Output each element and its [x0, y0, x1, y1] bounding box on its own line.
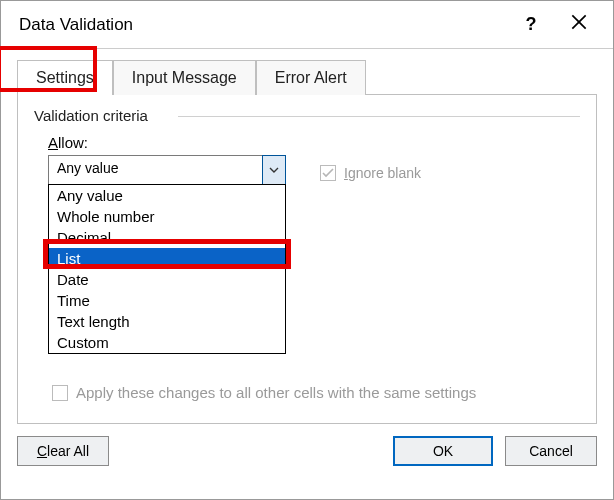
option-time[interactable]: Time	[49, 290, 285, 311]
data-validation-dialog: Data Validation ? Settings Input Message…	[0, 0, 614, 500]
ok-button[interactable]: OK	[393, 436, 493, 466]
check-icon	[322, 168, 334, 178]
clear-all-button[interactable]: Clear All	[17, 436, 109, 466]
option-any-value[interactable]: Any value	[49, 185, 285, 206]
divider	[178, 116, 580, 117]
tab-error-alert[interactable]: Error Alert	[256, 60, 366, 95]
apply-all-row: Apply these changes to all other cells w…	[52, 384, 476, 401]
cancel-button[interactable]: Cancel	[505, 436, 597, 466]
ignore-blank-label: Ignore blank	[344, 165, 421, 181]
apply-all-checkbox	[52, 385, 68, 401]
close-button[interactable]	[553, 14, 605, 35]
apply-all-label: Apply these changes to all other cells w…	[76, 384, 476, 401]
dialog-title: Data Validation	[19, 15, 509, 35]
option-decimal[interactable]: Decimal	[49, 227, 285, 248]
allow-select-value: Any value	[49, 156, 262, 184]
allow-dropdown[interactable]: Any value Whole number Decimal List Date…	[48, 184, 286, 354]
allow-select[interactable]: Any value	[48, 155, 286, 185]
tab-bar: Settings Input Message Error Alert	[17, 59, 597, 94]
button-bar: Clear All OK Cancel	[1, 424, 613, 480]
ignore-blank-row: Ignore blank	[320, 165, 421, 181]
help-button[interactable]: ?	[509, 14, 553, 35]
option-custom[interactable]: Custom	[49, 332, 285, 353]
titlebar: Data Validation ?	[1, 1, 613, 49]
option-date[interactable]: Date	[49, 269, 285, 290]
option-list[interactable]: List	[49, 248, 285, 269]
option-text-length[interactable]: Text length	[49, 311, 285, 332]
allow-label: Allow:	[48, 134, 580, 151]
chevron-down-icon[interactable]	[262, 155, 286, 185]
tab-settings[interactable]: Settings	[17, 60, 113, 95]
ignore-blank-checkbox	[320, 165, 336, 181]
settings-panel: Validation criteria Allow: Any value Any…	[17, 94, 597, 424]
option-whole-number[interactable]: Whole number	[49, 206, 285, 227]
tab-input-message[interactable]: Input Message	[113, 60, 256, 95]
close-icon	[571, 14, 587, 30]
